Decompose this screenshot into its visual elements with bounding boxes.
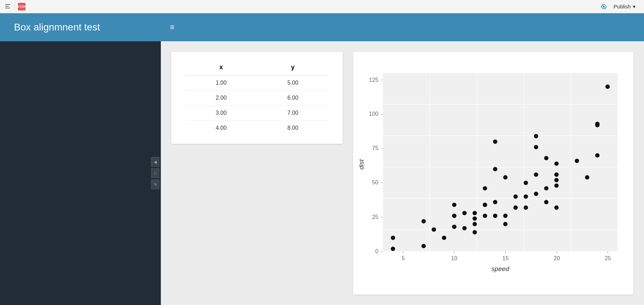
svg-text:125: 125 — [369, 77, 378, 83]
data-point — [575, 159, 579, 163]
table-row: 1.005.00 — [185, 76, 329, 91]
data-point — [554, 172, 558, 177]
data-point — [524, 194, 528, 199]
data-point — [554, 183, 558, 187]
stop-button[interactable]: STOP — [18, 3, 26, 10]
data-point — [524, 181, 528, 185]
data-point — [473, 222, 477, 226]
data-point — [391, 236, 395, 240]
content-area: x y 1.005.002.006.003.007.004.008.00 — [161, 41, 644, 305]
data-point — [544, 186, 548, 190]
data-point — [462, 211, 466, 215]
publish-icon — [600, 3, 607, 10]
col-header-x: x — [185, 60, 257, 76]
chart-panel: 0 25 50 75 100 125 5 — [353, 52, 634, 295]
top-bar-right: Publish ▾ — [600, 2, 640, 11]
data-point — [473, 211, 477, 215]
data-point — [462, 226, 466, 230]
data-point — [503, 175, 507, 179]
data-point — [544, 156, 548, 160]
svg-text:0: 0 — [375, 248, 378, 254]
svg-rect-2 — [5, 8, 10, 8]
cell-x: 2.00 — [185, 91, 257, 106]
data-point — [442, 236, 446, 240]
svg-text:25: 25 — [604, 255, 611, 261]
data-point — [452, 214, 456, 218]
data-point — [432, 227, 436, 232]
data-point — [554, 162, 558, 166]
sidebar-control-edit[interactable]: ✎ — [151, 179, 159, 189]
cell-y: 8.00 — [257, 121, 329, 136]
chart-container: 0 25 50 75 100 125 5 — [357, 59, 627, 288]
table-panel: x y 1.005.002.006.003.007.004.008.00 — [171, 52, 343, 144]
cell-x: 4.00 — [185, 121, 257, 136]
hamburger-menu-button[interactable]: ≡ — [164, 20, 180, 35]
cell-x: 3.00 — [185, 106, 257, 121]
data-point — [534, 192, 538, 196]
data-point — [452, 203, 456, 207]
cell-x: 1.00 — [185, 76, 257, 91]
data-point — [473, 230, 477, 234]
data-point — [421, 244, 425, 248]
data-point — [493, 200, 497, 204]
cell-y: 6.00 — [257, 91, 329, 106]
svg-text:10: 10 — [451, 255, 457, 261]
data-point — [595, 153, 599, 157]
col-header-y: y — [257, 60, 329, 76]
data-point — [524, 205, 528, 210]
table-row: 4.008.00 — [185, 121, 329, 136]
y-axis-label: dist — [358, 159, 365, 170]
data-point — [493, 167, 497, 171]
svg-text:75: 75 — [372, 145, 378, 151]
data-point — [483, 203, 487, 207]
back-nav-icon[interactable] — [4, 3, 12, 10]
main-layout: ◀ □ ✎ x y 1.005.002.006.003.007.004.008.… — [0, 41, 644, 305]
svg-rect-4 — [383, 73, 618, 252]
svg-text:5: 5 — [402, 255, 405, 261]
page-title: Box alignmnent test — [14, 22, 164, 33]
svg-rect-1 — [5, 6, 9, 7]
data-table: x y 1.005.002.006.003.007.004.008.00 — [185, 60, 329, 135]
data-point — [391, 247, 395, 251]
svg-rect-0 — [5, 4, 10, 5]
data-point — [483, 186, 487, 190]
sidebar: ◀ □ ✎ — [0, 41, 161, 305]
data-point — [452, 225, 456, 229]
data-point — [493, 140, 497, 144]
data-point — [534, 145, 538, 149]
data-point — [554, 205, 558, 210]
sidebar-controls: ◀ □ ✎ — [151, 157, 161, 189]
data-point — [493, 214, 497, 218]
data-point — [585, 175, 589, 179]
publish-label: Publish — [614, 3, 631, 9]
top-bar: STOP Publish ▾ — [0, 0, 644, 13]
data-point — [503, 214, 507, 218]
publish-button[interactable]: Publish ▾ — [609, 2, 640, 11]
data-point — [544, 200, 548, 204]
svg-text:15: 15 — [502, 255, 509, 261]
data-point — [514, 194, 518, 199]
scatter-chart: 0 25 50 75 100 125 5 — [357, 59, 627, 288]
svg-text:20: 20 — [554, 255, 560, 261]
sidebar-control-up[interactable]: ◀ — [151, 157, 159, 167]
data-point — [554, 178, 558, 182]
app-header: Box alignmnent test ≡ — [0, 13, 644, 41]
data-point — [534, 134, 538, 138]
data-point — [606, 85, 610, 89]
data-point — [473, 217, 477, 221]
table-row: 2.006.00 — [185, 91, 329, 106]
x-axis-label: speed — [491, 265, 509, 272]
data-point — [421, 219, 425, 223]
svg-text:50: 50 — [372, 179, 378, 185]
cell-y: 7.00 — [257, 106, 329, 121]
divider — [15, 3, 15, 10]
cell-y: 5.00 — [257, 76, 329, 91]
data-point — [534, 172, 538, 177]
sidebar-control-item[interactable]: □ — [151, 168, 159, 178]
table-row: 3.007.00 — [185, 106, 329, 121]
data-point — [503, 222, 507, 226]
publish-dropdown-icon[interactable]: ▾ — [633, 3, 636, 10]
data-point — [483, 214, 487, 218]
data-point — [595, 122, 599, 126]
data-point — [514, 205, 518, 210]
